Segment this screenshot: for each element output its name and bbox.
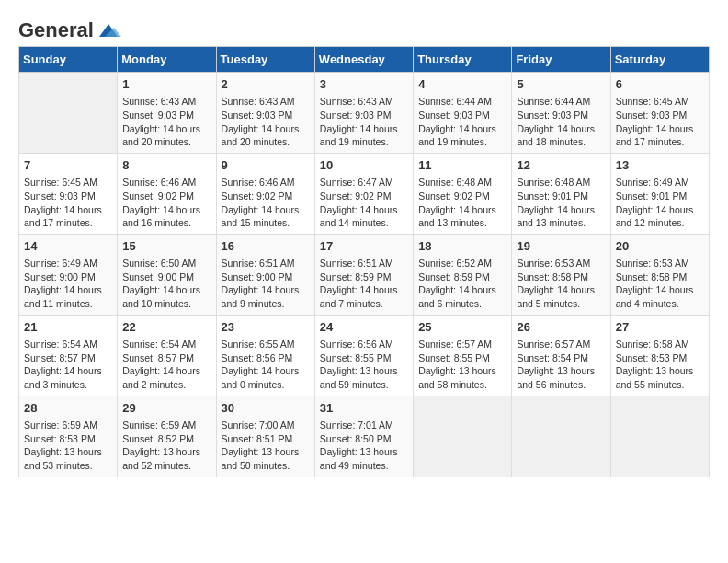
- day-number: 10: [320, 157, 408, 174]
- day-info: Sunrise: 6:50 AM Sunset: 9:00 PM Dayligh…: [122, 257, 210, 311]
- calendar-cell: 12Sunrise: 6:48 AM Sunset: 9:01 PM Dayli…: [512, 153, 610, 234]
- day-number: 25: [418, 319, 506, 336]
- day-of-week-header: Sunday: [19, 47, 118, 73]
- calendar-week-row: 14Sunrise: 6:49 AM Sunset: 9:00 PM Dayli…: [19, 234, 710, 315]
- day-of-week-header: Tuesday: [216, 47, 314, 73]
- calendar-table: SundayMondayTuesdayWednesdayThursdayFrid…: [18, 46, 710, 477]
- calendar-cell: 11Sunrise: 6:48 AM Sunset: 9:02 PM Dayli…: [414, 153, 512, 234]
- day-number: 3: [320, 76, 408, 93]
- calendar-cell: 29Sunrise: 6:59 AM Sunset: 8:52 PM Dayli…: [118, 396, 216, 477]
- day-info: Sunrise: 6:46 AM Sunset: 9:02 PM Dayligh…: [122, 176, 210, 230]
- day-number: 27: [616, 319, 704, 336]
- day-info: Sunrise: 6:45 AM Sunset: 9:03 PM Dayligh…: [24, 176, 112, 230]
- calendar-cell: 14Sunrise: 6:49 AM Sunset: 9:00 PM Dayli…: [19, 234, 118, 315]
- day-number: 4: [418, 76, 506, 93]
- calendar-cell: 21Sunrise: 6:54 AM Sunset: 8:57 PM Dayli…: [19, 315, 118, 396]
- calendar-cell: 20Sunrise: 6:53 AM Sunset: 8:58 PM Dayli…: [610, 234, 709, 315]
- calendar-cell: 27Sunrise: 6:58 AM Sunset: 8:53 PM Dayli…: [610, 315, 709, 396]
- calendar-cell: [19, 73, 118, 154]
- calendar-cell: 1Sunrise: 6:43 AM Sunset: 9:03 PM Daylig…: [118, 73, 216, 154]
- day-info: Sunrise: 6:54 AM Sunset: 8:57 PM Dayligh…: [122, 338, 210, 392]
- calendar-cell: 2Sunrise: 6:43 AM Sunset: 9:03 PM Daylig…: [216, 73, 314, 154]
- day-number: 9: [222, 157, 310, 174]
- day-of-week-header: Saturday: [610, 47, 709, 73]
- calendar-cell: 6Sunrise: 6:45 AM Sunset: 9:03 PM Daylig…: [610, 73, 709, 154]
- day-info: Sunrise: 6:59 AM Sunset: 8:52 PM Dayligh…: [122, 419, 210, 473]
- day-info: Sunrise: 6:52 AM Sunset: 8:59 PM Dayligh…: [418, 257, 506, 311]
- calendar-cell: 31Sunrise: 7:01 AM Sunset: 8:50 PM Dayli…: [314, 396, 413, 477]
- day-number: 12: [517, 157, 605, 174]
- day-number: 29: [122, 400, 210, 417]
- day-info: Sunrise: 6:51 AM Sunset: 9:00 PM Dayligh…: [222, 257, 310, 311]
- calendar-cell: 19Sunrise: 6:53 AM Sunset: 8:58 PM Dayli…: [512, 234, 610, 315]
- day-info: Sunrise: 6:44 AM Sunset: 9:03 PM Dayligh…: [517, 95, 605, 149]
- day-info: Sunrise: 6:43 AM Sunset: 9:03 PM Dayligh…: [122, 95, 210, 149]
- calendar-cell: [610, 396, 709, 477]
- calendar-cell: 23Sunrise: 6:55 AM Sunset: 8:56 PM Dayli…: [216, 315, 314, 396]
- calendar-cell: 22Sunrise: 6:54 AM Sunset: 8:57 PM Dayli…: [118, 315, 216, 396]
- day-number: 2: [222, 76, 310, 93]
- calendar-cell: [414, 396, 512, 477]
- day-number: 30: [222, 400, 310, 417]
- day-number: 28: [24, 400, 112, 417]
- day-number: 13: [616, 157, 704, 174]
- calendar-cell: 16Sunrise: 6:51 AM Sunset: 9:00 PM Dayli…: [216, 234, 314, 315]
- day-info: Sunrise: 6:43 AM Sunset: 9:03 PM Dayligh…: [320, 95, 408, 149]
- day-info: Sunrise: 6:53 AM Sunset: 8:58 PM Dayligh…: [616, 257, 704, 311]
- day-info: Sunrise: 6:43 AM Sunset: 9:03 PM Dayligh…: [222, 95, 310, 149]
- calendar-cell: 28Sunrise: 6:59 AM Sunset: 8:53 PM Dayli…: [19, 396, 118, 477]
- day-number: 22: [122, 319, 210, 336]
- day-number: 14: [24, 238, 112, 255]
- day-of-week-header: Wednesday: [314, 47, 413, 73]
- calendar-cell: [512, 396, 610, 477]
- calendar-cell: 13Sunrise: 6:49 AM Sunset: 9:01 PM Dayli…: [610, 153, 709, 234]
- day-number: 24: [320, 319, 408, 336]
- day-number: 31: [320, 400, 408, 417]
- calendar-week-row: 1Sunrise: 6:43 AM Sunset: 9:03 PM Daylig…: [19, 73, 710, 154]
- calendar-cell: 30Sunrise: 7:00 AM Sunset: 8:51 PM Dayli…: [216, 396, 314, 477]
- logo-icon: [96, 20, 121, 40]
- calendar-cell: 17Sunrise: 6:51 AM Sunset: 8:59 PM Dayli…: [314, 234, 413, 315]
- day-info: Sunrise: 6:45 AM Sunset: 9:03 PM Dayligh…: [616, 95, 704, 149]
- day-info: Sunrise: 6:49 AM Sunset: 9:01 PM Dayligh…: [616, 176, 704, 230]
- calendar-cell: 10Sunrise: 6:47 AM Sunset: 9:02 PM Dayli…: [314, 153, 413, 234]
- calendar-cell: 7Sunrise: 6:45 AM Sunset: 9:03 PM Daylig…: [19, 153, 118, 234]
- day-number: 19: [517, 238, 605, 255]
- day-number: 15: [122, 238, 210, 255]
- day-number: 11: [418, 157, 506, 174]
- day-number: 20: [616, 238, 704, 255]
- day-of-week-header: Monday: [118, 47, 216, 73]
- calendar-cell: 3Sunrise: 6:43 AM Sunset: 9:03 PM Daylig…: [314, 73, 413, 154]
- day-number: 17: [320, 238, 408, 255]
- page-header: General: [18, 18, 710, 37]
- day-number: 6: [616, 76, 704, 93]
- logo-general-text: General: [18, 18, 94, 42]
- day-info: Sunrise: 6:56 AM Sunset: 8:55 PM Dayligh…: [320, 338, 408, 392]
- day-info: Sunrise: 6:47 AM Sunset: 9:02 PM Dayligh…: [320, 176, 408, 230]
- day-info: Sunrise: 7:01 AM Sunset: 8:50 PM Dayligh…: [320, 419, 408, 473]
- day-info: Sunrise: 6:44 AM Sunset: 9:03 PM Dayligh…: [418, 95, 506, 149]
- day-info: Sunrise: 6:51 AM Sunset: 8:59 PM Dayligh…: [320, 257, 408, 311]
- day-number: 18: [418, 238, 506, 255]
- day-info: Sunrise: 7:00 AM Sunset: 8:51 PM Dayligh…: [222, 419, 310, 473]
- day-number: 23: [222, 319, 310, 336]
- day-number: 16: [222, 238, 310, 255]
- day-of-week-header: Thursday: [414, 47, 512, 73]
- calendar-cell: 4Sunrise: 6:44 AM Sunset: 9:03 PM Daylig…: [414, 73, 512, 154]
- calendar-cell: 9Sunrise: 6:46 AM Sunset: 9:02 PM Daylig…: [216, 153, 314, 234]
- day-info: Sunrise: 6:49 AM Sunset: 9:00 PM Dayligh…: [24, 257, 112, 311]
- day-info: Sunrise: 6:58 AM Sunset: 8:53 PM Dayligh…: [616, 338, 704, 392]
- day-info: Sunrise: 6:46 AM Sunset: 9:02 PM Dayligh…: [222, 176, 310, 230]
- calendar-cell: 8Sunrise: 6:46 AM Sunset: 9:02 PM Daylig…: [118, 153, 216, 234]
- day-info: Sunrise: 6:55 AM Sunset: 8:56 PM Dayligh…: [222, 338, 310, 392]
- logo: General: [18, 18, 121, 37]
- day-info: Sunrise: 6:48 AM Sunset: 9:02 PM Dayligh…: [418, 176, 506, 230]
- calendar-cell: 24Sunrise: 6:56 AM Sunset: 8:55 PM Dayli…: [314, 315, 413, 396]
- day-of-week-header: Friday: [512, 47, 610, 73]
- day-info: Sunrise: 6:53 AM Sunset: 8:58 PM Dayligh…: [517, 257, 605, 311]
- day-info: Sunrise: 6:48 AM Sunset: 9:01 PM Dayligh…: [517, 176, 605, 230]
- day-info: Sunrise: 6:54 AM Sunset: 8:57 PM Dayligh…: [24, 338, 112, 392]
- calendar-header-row: SundayMondayTuesdayWednesdayThursdayFrid…: [19, 47, 710, 73]
- day-number: 26: [517, 319, 605, 336]
- calendar-week-row: 7Sunrise: 6:45 AM Sunset: 9:03 PM Daylig…: [19, 153, 710, 234]
